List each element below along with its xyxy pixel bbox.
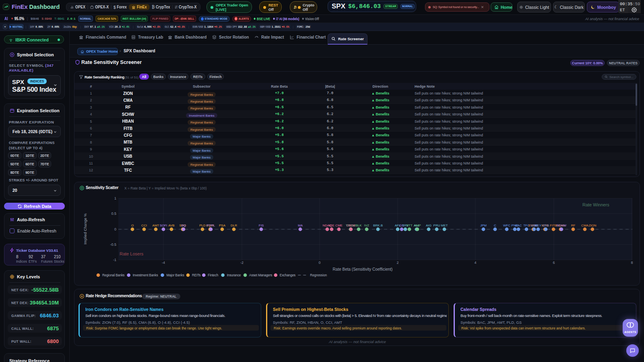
svg-text:MA: MA <box>298 224 303 227</box>
svg-text:FIS: FIS <box>259 224 264 227</box>
svg-text:PYPL: PYPL <box>207 224 215 227</box>
svg-text:AVB: AVB <box>168 224 174 227</box>
svg-text:PRU: PRU <box>433 224 440 227</box>
svg-text:0.5: 0.5 <box>111 212 116 216</box>
svg-text:0: 0 <box>114 227 116 231</box>
svg-text:-1: -1 <box>113 258 116 262</box>
svg-text:AIG: AIG <box>426 224 431 227</box>
svg-text:RF: RF <box>571 224 576 227</box>
svg-text:BLK: BLK <box>355 224 362 227</box>
svg-text:STT: STT <box>406 224 412 227</box>
svg-text:ZION: ZION <box>588 224 596 227</box>
svg-text:Implied Change %: Implied Change % <box>83 213 87 245</box>
svg-text:-4: -4 <box>162 261 165 265</box>
svg-text:SOFI: SOFI <box>160 224 167 227</box>
svg-text:Investment Banks: Investment Banks <box>133 273 158 277</box>
svg-text:REITs: REITs <box>192 273 200 277</box>
svg-text:Fintech: Fintech <box>208 273 218 277</box>
svg-text:0: 0 <box>318 261 320 265</box>
svg-text:C: C <box>494 224 496 227</box>
svg-text:CMA: CMA <box>581 224 588 227</box>
svg-text:Major Banks: Major Banks <box>167 273 184 277</box>
svg-text:SCHW: SCHW <box>557 224 567 227</box>
svg-text:BRK.B: BRK.B <box>373 224 383 227</box>
svg-text:BAC: BAC <box>515 224 522 227</box>
svg-text:IVZ: IVZ <box>364 224 369 227</box>
svg-text:Asset Managers: Asset Managers <box>249 273 272 277</box>
svg-text:O: O <box>131 224 134 227</box>
svg-text:Regression: Regression <box>310 273 327 277</box>
svg-text:4: 4 <box>474 261 476 265</box>
svg-text:CCI: CCI <box>141 224 147 227</box>
svg-text:1: 1 <box>114 196 116 200</box>
svg-text:Insurance: Insurance <box>227 273 241 277</box>
svg-text:Exchanges: Exchanges <box>280 273 295 277</box>
svg-text:Rate Losers: Rate Losers <box>120 251 144 256</box>
svg-text:AMP: AMP <box>414 224 421 227</box>
svg-text:Regional Banks: Regional Banks <box>102 273 124 277</box>
svg-text:SQ: SQ <box>181 224 186 227</box>
svg-text:ICE: ICE <box>329 224 334 227</box>
svg-text:DLR: DLR <box>231 224 237 227</box>
svg-text:8: 8 <box>631 261 633 265</box>
svg-text:2: 2 <box>396 261 398 265</box>
svg-text:MET: MET <box>441 224 448 227</box>
svg-text:CFG: CFG <box>543 224 549 227</box>
svg-text:Rate Winners: Rate Winners <box>582 202 609 207</box>
svg-text:PSA: PSA <box>219 224 226 227</box>
svg-text:-2: -2 <box>240 261 244 265</box>
svg-text:-0.5: -0.5 <box>110 243 116 247</box>
svg-text:Rate Beta (Sensitivity Coeffic: Rate Beta (Sensitivity Coefficient) <box>333 267 393 272</box>
svg-text:PLD: PLD <box>199 224 206 227</box>
svg-text:JPM: JPM <box>480 224 487 227</box>
svg-text:6: 6 <box>553 261 555 265</box>
svg-text:KEY: KEY <box>535 224 542 227</box>
svg-text:WFC: WFC <box>503 224 510 227</box>
svg-text:CME: CME <box>335 224 343 227</box>
svg-text:CBOE: CBOE <box>347 224 356 227</box>
svg-text:AMT: AMT <box>153 224 159 227</box>
